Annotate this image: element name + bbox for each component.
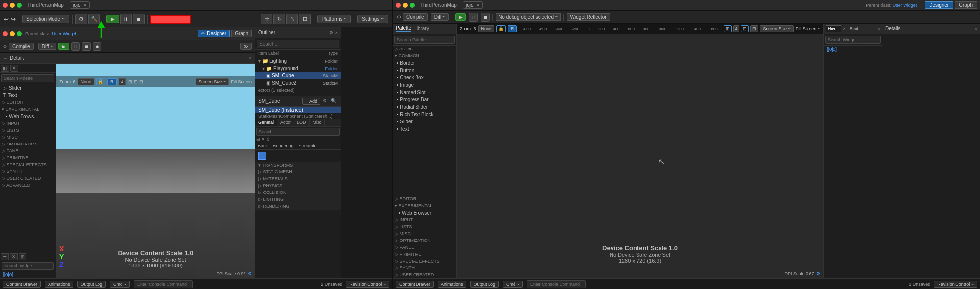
- right-compile-btn[interactable]: Compile: [403, 13, 428, 21]
- right-diff-btn[interactable]: Diff ~: [431, 13, 449, 21]
- tree-lighting[interactable]: ▾ 📁 Lighting Folder: [255, 57, 341, 65]
- lock-icon-left[interactable]: 🔒: [96, 78, 105, 85]
- designer-btn-right[interactable]: Designer: [925, 1, 953, 9]
- right-traffic-lights[interactable]: [396, 3, 415, 8]
- sidebar-icon-1[interactable]: ◧: [1, 65, 9, 72]
- vp-icon-1[interactable]: ⊞: [128, 79, 133, 85]
- pl-cat-optimization-r[interactable]: ▷ OPTIMIZATION: [393, 237, 456, 244]
- redo-icon[interactable]: ↪: [11, 16, 16, 23]
- ed-min[interactable]: [10, 31, 15, 36]
- pl-progressbar[interactable]: • Progress Bar: [393, 96, 456, 103]
- content-drawer-left[interactable]: Content Drawer: [3, 281, 41, 288]
- compile-btn[interactable]: Compile: [9, 43, 34, 50]
- outliner-settings-icon[interactable]: ⚙: [329, 30, 333, 35]
- pl-image[interactable]: • Image: [393, 81, 456, 89]
- back-sub-tab[interactable]: Back: [255, 143, 270, 149]
- minimize-btn-right[interactable]: [403, 3, 408, 8]
- pl-cat-editor-r[interactable]: ▷ EDITOR: [393, 195, 456, 202]
- cat-user[interactable]: ▷ USER CREATED: [0, 175, 56, 182]
- left-tab-close[interactable]: ×: [84, 2, 87, 8]
- palette-slider-item[interactable]: ▷ Slider: [0, 84, 56, 92]
- details-back-icon[interactable]: ←: [3, 55, 8, 61]
- hier-jojo-item[interactable]: [jojo]: [824, 46, 882, 53]
- tree-smcube2[interactable]: ▣ SM_Cube2 StaticM: [255, 79, 341, 87]
- left-editor-traffic[interactable]: [3, 31, 22, 36]
- pl-radialslider[interactable]: • Radial Slider: [393, 103, 456, 111]
- pl-webbrowser[interactable]: • Web Browser: [393, 209, 456, 217]
- pl-cat-user-r[interactable]: ▷ USER CREATED: [393, 271, 456, 278]
- add-component-btn[interactable]: + Add: [302, 98, 320, 105]
- stop-btn[interactable]: ⏹: [133, 14, 145, 24]
- cat-special[interactable]: ▷ SPECIAL EFFECTS: [0, 161, 56, 168]
- revision-right[interactable]: Revision Control ~: [934, 281, 977, 288]
- lod-tab[interactable]: LOD: [294, 119, 310, 126]
- details-right-close[interactable]: ×: [975, 26, 977, 31]
- debug-obj-selector[interactable]: No debug object selected ~: [496, 13, 560, 21]
- cmd-right[interactable]: Cmd ~: [503, 281, 523, 288]
- pl-slider[interactable]: • Slider: [393, 118, 456, 125]
- vp-icon-2[interactable]: ⊡: [133, 79, 138, 85]
- ed-close[interactable]: [3, 31, 8, 36]
- details-settings-icon[interactable]: ⚙: [321, 98, 328, 105]
- hier-icon-3[interactable]: ⊞: [19, 253, 26, 260]
- right-grid-icon-1[interactable]: ⊞: [724, 25, 732, 32]
- pl-cat-input-r[interactable]: ▷ INPUT: [393, 217, 456, 223]
- rendering-section[interactable]: ▷ Rendering: [255, 203, 341, 210]
- detail-icon-1[interactable]: ⊞: [256, 137, 260, 142]
- animations-left[interactable]: Animations: [45, 281, 74, 288]
- play-btn[interactable]: ▶: [106, 15, 119, 23]
- pl-cat-exp-r[interactable]: ▾ EXPERIMENTAL: [393, 202, 456, 209]
- collision-section[interactable]: ▷ Collision: [255, 189, 341, 196]
- cat-editor[interactable]: ▷ EDITOR: [0, 99, 56, 106]
- animations-right[interactable]: Animations: [438, 281, 466, 288]
- revision-left[interactable]: Revision Control ~: [346, 281, 389, 288]
- content-drawer-right[interactable]: Content Drawer: [396, 281, 434, 288]
- r-btn-left[interactable]: R: [107, 78, 117, 85]
- cat-experimental[interactable]: ▾ EXPERIMENTAL: [0, 106, 56, 113]
- general-tab[interactable]: General: [255, 119, 277, 126]
- pl-checkbox[interactable]: • Check Box: [393, 74, 456, 81]
- bind-tab[interactable]: Bind...: [848, 25, 864, 32]
- snap-icon[interactable]: ⊞: [299, 14, 311, 24]
- graph-btn-right[interactable]: Graph: [955, 1, 977, 9]
- right-lock-icon[interactable]: 🔒: [496, 25, 506, 32]
- streaming-sub-tab[interactable]: Streaming: [296, 143, 321, 149]
- close-btn-right[interactable]: [396, 3, 401, 8]
- left-traffic-lights[interactable]: [3, 3, 22, 8]
- pl-richtextblock[interactable]: • Rich Text Block: [393, 111, 456, 118]
- color-swatch[interactable]: [258, 152, 266, 160]
- pl-cat-audio[interactable]: ▷ AUDIO: [393, 46, 456, 52]
- palette-search-input[interactable]: [1, 74, 54, 82]
- right-tab-close[interactable]: ×: [477, 2, 480, 8]
- misc-tab[interactable]: Misc: [310, 119, 325, 126]
- palette-text-item[interactable]: T Text: [0, 92, 56, 99]
- palette-tab[interactable]: Palette: [396, 25, 411, 32]
- build-icon-1[interactable]: ⚙: [75, 14, 87, 24]
- console-input-left[interactable]: [134, 280, 193, 288]
- cmd-left[interactable]: Cmd ~: [110, 281, 130, 288]
- pl-namedslot[interactable]: • Named Slot: [393, 89, 456, 96]
- hier-tab[interactable]: Hier...: [826, 25, 841, 32]
- selection-mode-btn[interactable]: Selection Mode ~: [22, 15, 69, 23]
- minimize-btn-left[interactable]: [10, 3, 15, 8]
- undo-icon[interactable]: ↩: [4, 16, 9, 23]
- diff-btn[interactable]: Diff ~: [38, 43, 56, 50]
- details-close[interactable]: ×: [249, 55, 252, 61]
- right-stop-btn[interactable]: ⏹: [481, 13, 490, 22]
- left-tab[interactable]: jojo ×: [70, 1, 90, 9]
- hier-icon-1[interactable]: ☰: [1, 253, 9, 260]
- wt-more[interactable]: ≫: [240, 43, 252, 50]
- designer-tab[interactable]: ✏ Designer: [198, 30, 230, 37]
- sidebar-icon-2[interactable]: ✕: [10, 65, 18, 72]
- right-tab[interactable]: jojo ×: [463, 1, 483, 9]
- outliner-search-input[interactable]: [257, 40, 339, 48]
- right-grid-icon-4[interactable]: ⊟: [750, 25, 758, 32]
- actor-tab[interactable]: Actor: [277, 119, 294, 126]
- right-pause-btn[interactable]: ⏸: [469, 13, 478, 22]
- right-play-btn[interactable]: ▶: [455, 13, 466, 21]
- maximize-btn-right[interactable]: [410, 3, 415, 8]
- pl-cat-synth-r[interactable]: ▷ SYNTH: [393, 265, 456, 271]
- right-none-btn[interactable]: None: [478, 25, 495, 32]
- wt-play[interactable]: ▶: [58, 43, 69, 50]
- settings-btn[interactable]: Settings ~: [357, 15, 388, 23]
